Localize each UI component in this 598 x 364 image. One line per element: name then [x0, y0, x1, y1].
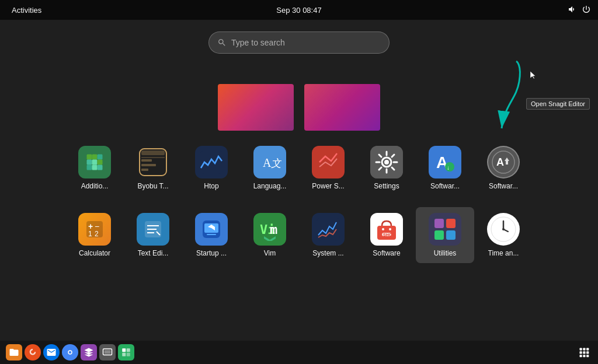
svg-rect-8	[98, 165, 103, 170]
svg-rect-87	[583, 348, 585, 351]
utilities-label: Utilities	[434, 249, 457, 257]
taskbar-grid-button[interactable]	[576, 344, 592, 360]
svg-rect-12	[141, 159, 152, 162]
taskbar-files-icon[interactable]	[6, 344, 22, 360]
textedit-label: Text Edi...	[138, 249, 169, 257]
svg-rect-90	[583, 351, 585, 354]
system-tray	[568, 5, 591, 16]
app-byobu[interactable]: Byobu T...	[124, 140, 182, 196]
app-softupd[interactable]: A ↓ Softwar...	[416, 140, 474, 196]
activities-button[interactable]: Activities	[7, 5, 46, 16]
svg-text:m: m	[270, 222, 277, 237]
svg-rect-89	[580, 351, 582, 354]
svg-text:文: 文	[271, 158, 281, 169]
app-software[interactable]: SHOP Software	[357, 207, 416, 263]
svg-text:↓: ↓	[447, 164, 450, 171]
app-vim[interactable]: Vi m Vim	[241, 207, 299, 263]
svg-text:1: 1	[88, 230, 92, 238]
textedit-icon	[137, 213, 169, 246]
svg-rect-15	[200, 150, 223, 174]
app-textedit[interactable]: Text Edi...	[124, 207, 182, 263]
svg-text:SHOP: SHOP	[383, 233, 395, 237]
workspace-thumbnail-1[interactable]	[218, 84, 294, 131]
powers-icon	[312, 146, 345, 178]
workspace-thumbnail-2[interactable]	[304, 84, 380, 131]
taskbar-chrome-icon[interactable]	[62, 344, 78, 360]
svg-rect-14	[141, 169, 148, 171]
softupd-label: Softwar...	[430, 182, 460, 190]
svg-text:A: A	[496, 156, 504, 168]
svg-rect-83	[127, 348, 130, 352]
taskbar-mango-icon[interactable]	[81, 344, 97, 360]
svg-rect-4	[92, 160, 98, 165]
time-icon	[487, 213, 520, 246]
calc-icon: + − 1 2	[78, 213, 111, 246]
settings-label: Settings	[374, 182, 399, 190]
software-icon: SHOP	[370, 213, 403, 246]
snagit-tooltip: Open Snagit Editor	[526, 98, 590, 110]
svg-rect-82	[122, 348, 126, 352]
powers-label: Power S...	[312, 182, 344, 190]
search-container: Type to search	[208, 32, 390, 54]
svg-rect-48	[207, 234, 216, 235]
startup-icon	[195, 213, 228, 246]
svg-rect-5	[98, 160, 103, 165]
svg-point-56	[382, 228, 384, 230]
htop-icon	[195, 146, 228, 178]
app-additio[interactable]: Additio...	[65, 140, 124, 196]
svg-rect-63	[434, 230, 444, 240]
app-powers[interactable]: Power S...	[299, 140, 357, 196]
svg-point-22	[384, 160, 389, 164]
svg-rect-10	[141, 150, 165, 155]
app-time[interactable]: Time an...	[474, 207, 533, 263]
sysmon-icon	[312, 213, 345, 246]
svg-rect-1	[92, 155, 98, 160]
calc-label: Calculator	[79, 249, 110, 257]
svg-rect-7	[92, 165, 98, 170]
app-startup[interactable]: Startup ...	[182, 207, 241, 263]
language-icon: A 文	[253, 146, 286, 178]
svg-rect-93	[583, 355, 585, 357]
additio-label: Additio...	[81, 182, 109, 190]
taskbar-thunderbird-icon[interactable]	[43, 344, 60, 360]
search-bar[interactable]: Type to search	[208, 32, 390, 54]
svg-rect-61	[434, 219, 444, 228]
svg-rect-2	[98, 155, 103, 160]
svg-rect-94	[586, 355, 589, 357]
app-utilities[interactable]: Utilities	[416, 207, 474, 263]
search-icon	[217, 38, 227, 47]
taskbar-green-icon[interactable]	[118, 344, 134, 360]
app-calc[interactable]: + − 1 2 Calculator	[65, 207, 124, 263]
app-softupd2[interactable]: A Softwar...	[474, 140, 533, 196]
svg-rect-64	[446, 230, 456, 240]
workspace-thumbnails	[218, 84, 380, 131]
settings-icon	[370, 146, 403, 178]
svg-rect-91	[586, 351, 589, 354]
app-htop[interactable]: Htop	[182, 140, 241, 196]
svg-rect-84	[122, 353, 126, 356]
taskbar-firefox-icon[interactable]	[25, 344, 41, 360]
svg-point-57	[389, 228, 391, 230]
softupd-icon: A ↓	[429, 146, 461, 178]
svg-rect-92	[580, 355, 582, 357]
svg-rect-3	[87, 160, 92, 165]
svg-point-69	[502, 228, 505, 230]
additio-icon	[78, 146, 111, 178]
svg-rect-0	[87, 155, 92, 160]
volume-icon[interactable]	[568, 5, 577, 16]
svg-rect-13	[141, 164, 156, 166]
power-icon[interactable]	[582, 5, 591, 16]
sysmon-label: System ...	[312, 249, 343, 257]
time-label: Time an...	[488, 249, 519, 257]
app-language[interactable]: A 文 Languag...	[241, 140, 299, 196]
taskbar-vm-icon[interactable]	[99, 344, 116, 360]
svg-rect-86	[580, 348, 582, 351]
language-label: Languag...	[253, 182, 287, 190]
svg-rect-62	[446, 219, 456, 228]
app-sysmon[interactable]: System ...	[299, 207, 357, 263]
softupd2-icon: A	[487, 146, 520, 178]
svg-text:2: 2	[95, 230, 99, 238]
svg-point-79	[69, 351, 72, 354]
app-settings[interactable]: Settings	[357, 140, 416, 196]
htop-label: Htop	[204, 182, 218, 190]
